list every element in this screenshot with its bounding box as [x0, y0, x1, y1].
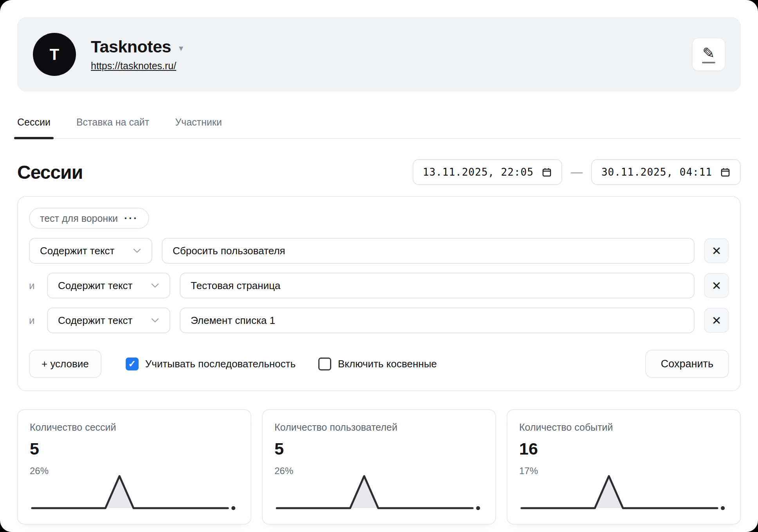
page-title: Tasknotes: [91, 37, 171, 56]
sessions-count-card: Количество сессий 5 26%: [17, 409, 251, 525]
sparkline-chart: [274, 471, 484, 514]
remove-condition-button[interactable]: ✕: [704, 238, 729, 263]
operator-select[interactable]: Содержит текст: [47, 273, 170, 298]
date-range: 13.11.2025, 22:05 — 30.11.2025, 04:11: [413, 159, 741, 185]
condition-conjunction: и: [29, 280, 38, 292]
funnel-chip[interactable]: тест для воронки ···: [29, 208, 149, 229]
pencil-icon: ✎: [702, 46, 715, 61]
checkbox-label: Включить косвенные: [338, 358, 437, 370]
tab-sessions[interactable]: Сессии: [17, 117, 51, 138]
more-options-icon[interactable]: ···: [124, 212, 138, 225]
project-title-block: Tasknotes ▼ https://tasknotes.ru/: [91, 37, 185, 72]
remove-condition-button[interactable]: ✕: [704, 273, 729, 298]
checkbox-label: Учитывать последовательность: [145, 358, 296, 370]
users-count-card: Количество пользователей 5 26%: [262, 409, 496, 525]
date-from-value: 13.11.2025, 22:05: [423, 166, 534, 178]
project-header: T Tasknotes ▼ https://tasknotes.ru/ ✎: [17, 17, 741, 92]
stat-cards: Количество сессий 5 26% Количество польз…: [17, 409, 741, 525]
save-button[interactable]: Сохранить: [645, 350, 729, 378]
funnel-filter-panel: тест для воронки ··· Содержит текст ✕ и …: [17, 196, 741, 391]
page: T Tasknotes ▼ https://tasknotes.ru/ ✎ Се…: [0, 0, 758, 532]
edit-project-button[interactable]: ✎: [692, 38, 725, 71]
range-separator: —: [571, 165, 583, 179]
site-url-link[interactable]: https://tasknotes.ru/: [91, 60, 176, 72]
tab-embed[interactable]: Вставка на сайт: [76, 117, 149, 138]
card-title: Количество пользователей: [274, 422, 484, 433]
sparkline-chart: [29, 471, 240, 514]
tab-members[interactable]: Участники: [175, 117, 222, 138]
operator-select-value: Содержит текст: [40, 245, 114, 257]
operator-select-value: Содержит текст: [58, 315, 132, 327]
calendar-icon[interactable]: [720, 167, 731, 178]
card-value: 5: [274, 439, 484, 458]
section-title: Сессии: [17, 162, 83, 183]
calendar-icon[interactable]: [541, 167, 552, 178]
date-to-value: 30.11.2025, 04:11: [601, 166, 712, 178]
chevron-down-icon: [133, 248, 141, 253]
condition-conjunction: и: [29, 315, 38, 327]
project-switcher[interactable]: Tasknotes ▼: [91, 37, 185, 56]
operator-select[interactable]: Содержит текст: [29, 238, 152, 264]
close-icon: ✕: [711, 244, 721, 258]
add-condition-button[interactable]: + условие: [29, 350, 101, 378]
checkbox[interactable]: ✓: [318, 358, 331, 370]
check-icon: ✓: [128, 359, 136, 368]
condition-value-input[interactable]: [162, 238, 695, 264]
filter-controls: + условие ✓ Учитывать последовательность…: [29, 350, 729, 378]
remove-condition-button[interactable]: ✕: [704, 308, 729, 333]
card-title: Количество сессий: [30, 422, 239, 433]
caret-down-icon: ▼: [177, 44, 185, 53]
tab-bar: Сессии Вставка на сайт Участники: [17, 117, 741, 139]
close-icon: ✕: [711, 279, 721, 293]
card-value: 16: [519, 439, 728, 458]
pencil-underline: [702, 62, 715, 63]
indirect-checkbox-group[interactable]: ✓ Включить косвенные: [318, 358, 437, 370]
funnel-chip-label: тест для воронки: [40, 213, 118, 224]
sparkline-chart: [518, 471, 729, 514]
condition-row: и Содержит текст ✕: [29, 307, 729, 333]
operator-select-value: Содержит текст: [58, 280, 132, 292]
condition-row: и Содержит текст ✕: [29, 273, 729, 298]
condition-value-input[interactable]: [180, 307, 695, 333]
operator-select[interactable]: Содержит текст: [47, 307, 170, 333]
sequence-checkbox-group[interactable]: ✓ Учитывать последовательность: [126, 358, 296, 370]
condition-row: Содержит текст ✕: [29, 238, 729, 264]
events-count-card: Количество событий 16 17%: [507, 409, 741, 525]
chevron-down-icon: [151, 318, 159, 323]
date-to-input[interactable]: 30.11.2025, 04:11: [591, 159, 741, 185]
chevron-down-icon: [151, 283, 159, 288]
date-from-input[interactable]: 13.11.2025, 22:05: [413, 159, 562, 185]
condition-value-input[interactable]: [180, 273, 695, 298]
close-icon: ✕: [711, 314, 721, 327]
checkbox[interactable]: ✓: [126, 358, 139, 370]
main-head: Сессии 13.11.2025, 22:05 — 30.11.2025, 0…: [17, 159, 741, 185]
avatar: T: [33, 33, 76, 76]
card-title: Количество событий: [519, 422, 728, 433]
card-value: 5: [30, 439, 239, 458]
